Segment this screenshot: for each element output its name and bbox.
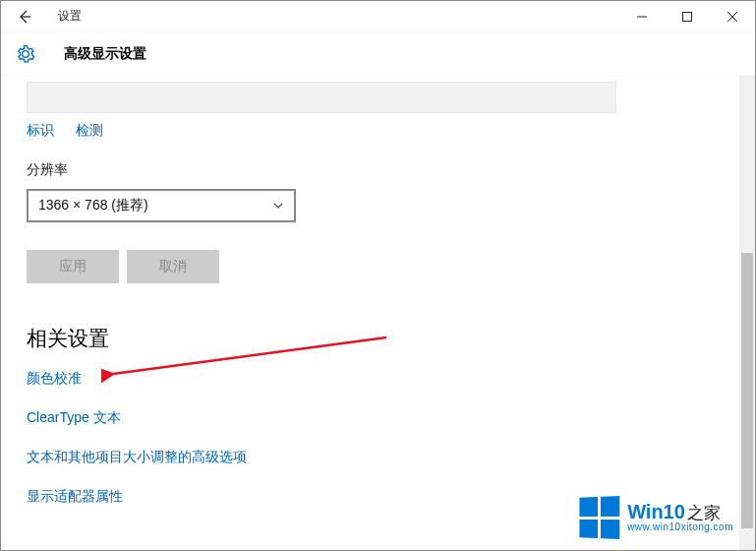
minimize-button[interactable] xyxy=(619,1,665,32)
titlebar: 设置 xyxy=(1,1,755,32)
display-preview xyxy=(27,82,616,113)
close-icon xyxy=(727,12,737,22)
resolution-dropdown[interactable]: 1366 × 768 (推荐) xyxy=(27,189,296,222)
apply-button[interactable]: 应用 xyxy=(27,250,119,283)
content-area: 标识 检测 分辨率 1366 × 768 (推荐) 应用 取消 相关设置 颜色校… xyxy=(1,76,739,550)
minimize-icon xyxy=(637,12,647,22)
advanced-sizing-link[interactable]: 文本和其他项目大小调整的高级选项 xyxy=(27,449,722,466)
resolution-label: 分辨率 xyxy=(27,161,739,179)
vertical-scrollbar[interactable] xyxy=(739,76,755,550)
color-calibration-link[interactable]: 颜色校准 xyxy=(27,370,722,388)
detect-link[interactable]: 检测 xyxy=(76,122,103,140)
watermark-brand: Win10之家 xyxy=(627,502,733,522)
cancel-button[interactable]: 取消 xyxy=(127,250,219,283)
svg-rect-2 xyxy=(683,12,692,21)
back-button[interactable] xyxy=(1,1,48,32)
maximize-button[interactable] xyxy=(665,1,710,32)
window-title: 设置 xyxy=(58,8,82,25)
page-title: 高级显示设置 xyxy=(64,45,146,63)
watermark: Win10之家 www.win10xitong.com xyxy=(578,497,733,538)
resolution-selected: 1366 × 768 (推荐) xyxy=(38,197,272,214)
arrow-left-icon xyxy=(17,9,32,25)
scroll-thumb[interactable] xyxy=(741,253,753,528)
related-settings-heading: 相关设置 xyxy=(27,325,739,352)
close-button[interactable] xyxy=(710,1,755,32)
window-controls xyxy=(619,1,755,32)
identify-link[interactable]: 标识 xyxy=(27,122,54,140)
gear-icon xyxy=(15,43,36,65)
watermark-url: www.win10xitong.com xyxy=(627,522,733,533)
windows-logo-icon xyxy=(580,496,620,539)
cleartype-link[interactable]: ClearType 文本 xyxy=(27,409,722,427)
maximize-icon xyxy=(682,12,692,22)
page-header: 高级显示设置 xyxy=(1,32,755,76)
chevron-down-icon xyxy=(272,200,284,212)
